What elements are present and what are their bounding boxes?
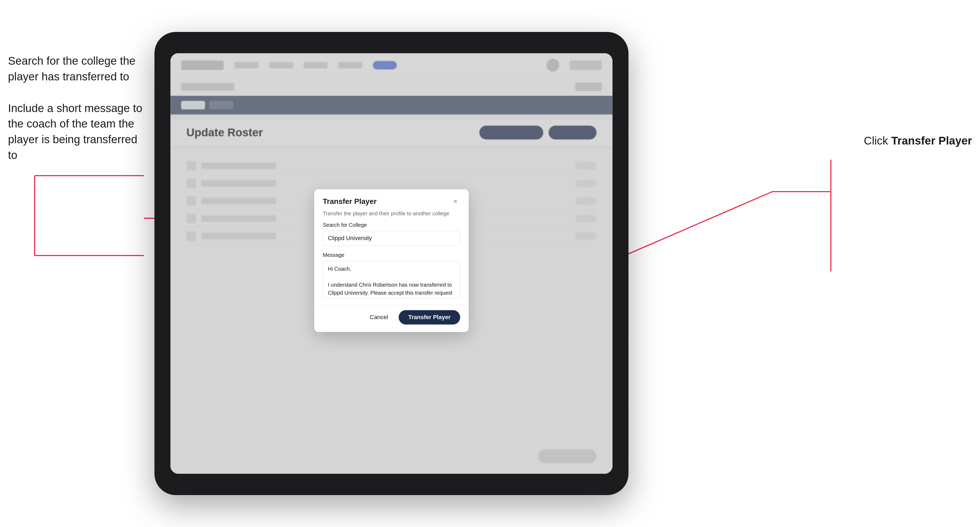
annotation-search-text: Search for the college the player has tr… xyxy=(8,53,146,85)
annotation-left-top: Search for the college the player has tr… xyxy=(8,53,146,179)
ipad-screen: Update Roster xyxy=(170,53,612,474)
cancel-button[interactable]: Cancel xyxy=(364,311,393,324)
modal-title: Transfer Player xyxy=(323,197,377,206)
transfer-player-modal: Transfer Player × Transfer the player an… xyxy=(314,189,469,332)
message-label: Message xyxy=(323,252,460,258)
modal-close-button[interactable]: × xyxy=(450,197,460,206)
annotation-right: Click Transfer Player xyxy=(860,133,972,165)
search-college-input[interactable] xyxy=(323,231,460,246)
modal-body: Search for College Message Hi Coach, I u… xyxy=(314,222,469,305)
modal-subtitle: Transfer the player and their profile to… xyxy=(314,211,469,222)
search-college-label: Search for College xyxy=(323,222,460,228)
annotation-message-text: Include a short message to the coach of … xyxy=(8,101,146,163)
message-textarea[interactable]: Hi Coach, I understand Chris Robertson h… xyxy=(323,261,460,298)
annotation-click-text: Click Transfer Player xyxy=(860,133,972,149)
transfer-player-button[interactable]: Transfer Player xyxy=(399,310,460,324)
ipad-device: Update Roster xyxy=(154,32,628,495)
modal-header: Transfer Player × xyxy=(314,189,469,211)
annotation-click-bold: Transfer Player xyxy=(891,135,972,147)
modal-footer: Cancel Transfer Player xyxy=(314,305,469,332)
